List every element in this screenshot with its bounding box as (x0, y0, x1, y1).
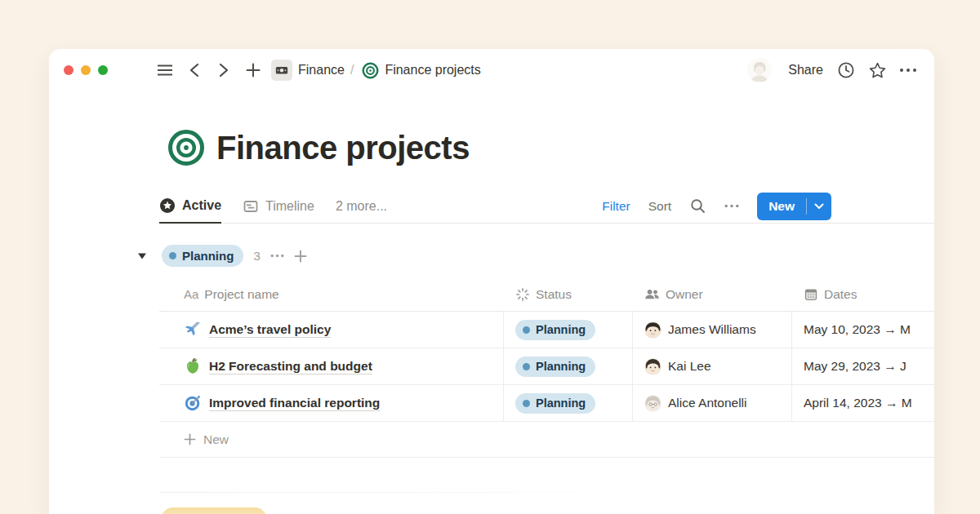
new-button-label: New (757, 199, 806, 214)
ellipsis-icon (899, 68, 917, 73)
column-label: Owner (666, 287, 703, 302)
view-options-button[interactable] (724, 204, 739, 208)
updates-button[interactable] (835, 59, 858, 82)
projects-table: Aa Project name Status Owner Dates (159, 277, 934, 458)
new-button[interactable]: New (757, 193, 831, 220)
status-dot (169, 252, 176, 259)
hamburger-icon (157, 64, 173, 77)
chevron-right-icon (219, 63, 229, 78)
table-row: Acme’s travel policy Planning James Will… (159, 312, 934, 348)
minimize-window-button[interactable] (81, 65, 91, 75)
group-collapse-toggle[interactable] (137, 252, 147, 260)
people-icon (644, 286, 660, 302)
nav-forward-button[interactable] (212, 59, 235, 82)
breadcrumb-separator: / (350, 63, 354, 78)
owner-cell[interactable]: Kai Lee (633, 348, 792, 384)
traffic-lights (64, 65, 108, 75)
calendar-icon (804, 287, 818, 302)
green-apple-icon (184, 357, 202, 375)
bullseye-icon[interactable] (167, 129, 205, 166)
status-label: Planning (536, 323, 586, 336)
column-label: Status (536, 287, 572, 302)
nav-back-button[interactable] (183, 59, 206, 82)
column-label: Dates (824, 287, 858, 302)
next-group-pill-partial[interactable] (161, 507, 267, 514)
text-type-icon: Aa (184, 287, 198, 301)
search-button[interactable] (689, 197, 706, 215)
page-title: Finance projects (216, 130, 470, 166)
status-cell[interactable]: Planning (504, 312, 633, 348)
avatar (644, 358, 662, 375)
project-name: H2 Forecasting and budget (209, 359, 372, 374)
dates-cell[interactable]: May 10, 2023 → M (792, 312, 934, 348)
collaborator-avatar[interactable] (747, 58, 772, 82)
breadcrumb-workspace[interactable]: Finance (298, 63, 345, 78)
zoom-window-button[interactable] (98, 65, 108, 75)
dart-target-icon (184, 394, 202, 412)
status-dot (523, 400, 530, 407)
table-header-row: Aa Project name Status Owner Dates (159, 277, 934, 312)
tab-active[interactable]: Active (159, 190, 221, 224)
column-label: Project name (204, 287, 278, 302)
plus-icon (246, 63, 261, 78)
new-dropdown-button[interactable] (807, 203, 831, 210)
column-header-project-name[interactable]: Aa Project name (159, 277, 504, 311)
sidebar-menu-button[interactable] (154, 59, 176, 82)
project-name-cell[interactable]: Acme’s travel policy (159, 312, 504, 348)
tab-label: Active (182, 198, 221, 213)
breadcrumb-page[interactable]: Finance projects (385, 63, 480, 78)
new-page-button[interactable] (242, 59, 265, 82)
status-cell[interactable]: Planning (504, 385, 633, 421)
status-dot (523, 326, 530, 334)
favorite-button[interactable] (866, 59, 889, 82)
tab-label: Timeline (265, 199, 314, 214)
group-count: 3 (253, 249, 261, 264)
table-row: H2 Forecasting and budget Planning Kai L… (159, 348, 934, 385)
tab-more-views[interactable]: 2 more... (336, 189, 387, 223)
tab-timeline[interactable]: Timeline (243, 189, 314, 223)
status-label: Planning (536, 360, 586, 373)
group-menu-button[interactable] (270, 254, 284, 258)
status-pill: Planning (515, 357, 595, 377)
page-menu-button[interactable] (897, 59, 920, 82)
plus-icon (184, 433, 196, 445)
window-topbar: Finance / Finance projects Share (49, 49, 934, 91)
view-tabs-bar: Active Timeline 2 more... Filter Sort (159, 189, 934, 224)
column-header-owner[interactable]: Owner (633, 277, 792, 311)
share-button[interactable]: Share (788, 63, 823, 78)
project-name-cell[interactable]: Improved financial reporting (159, 385, 504, 421)
date-range: May 29, 2023 → J (804, 359, 906, 374)
airplane-icon (184, 321, 202, 339)
section-divider (159, 492, 682, 493)
breadcrumb: Finance / Finance projects (271, 60, 481, 81)
bullseye-icon (362, 62, 379, 79)
view-toolbar: Filter Sort New (602, 193, 934, 220)
dates-cell[interactable]: April 14, 2023 → M (792, 385, 934, 421)
star-circle-icon (159, 197, 176, 214)
filter-button[interactable]: Filter (602, 199, 630, 214)
column-header-status[interactable]: Status (504, 277, 633, 311)
close-window-button[interactable] (64, 65, 74, 75)
status-cell[interactable]: Planning (504, 348, 633, 384)
project-name: Improved financial reporting (209, 396, 380, 411)
owner-cell[interactable]: James Williams (633, 312, 792, 348)
group-add-button[interactable] (294, 250, 307, 263)
column-header-dates[interactable]: Dates (792, 277, 934, 311)
project-name-cell[interactable]: H2 Forecasting and budget (159, 348, 504, 384)
dates-cell[interactable]: May 29, 2023 → J (792, 348, 934, 384)
group-header-planning: Planning 3 (137, 245, 307, 267)
group-name: Planning (182, 249, 234, 263)
table-row: Improved financial reporting Planning Al… (159, 385, 934, 422)
sort-button[interactable]: Sort (648, 199, 671, 214)
status-dot (523, 363, 530, 370)
owner-name: James Williams (668, 322, 756, 337)
avatar (644, 395, 662, 412)
owner-cell[interactable]: Alice Antonelli (633, 385, 792, 421)
clock-icon (837, 61, 855, 79)
app-window: Finance / Finance projects Share (49, 49, 934, 514)
status-label: Planning (536, 397, 586, 410)
group-status-pill[interactable]: Planning (162, 245, 243, 267)
status-pill: Planning (515, 393, 595, 414)
banknote-icon (271, 60, 292, 81)
add-row-button[interactable]: New (159, 422, 934, 458)
